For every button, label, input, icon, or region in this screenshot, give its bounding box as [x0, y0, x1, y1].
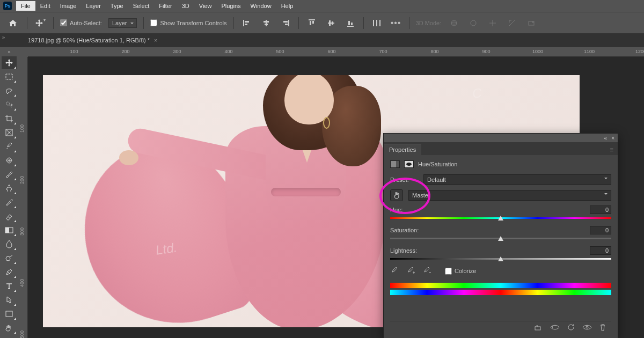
align-hcenter-icon[interactable]: [260, 18, 273, 28]
reset-icon[interactable]: [567, 324, 575, 331]
align-vcenter-icon[interactable]: [325, 18, 338, 28]
align-bottom-icon[interactable]: [344, 18, 357, 28]
transform-checkbox[interactable]: [150, 19, 157, 26]
channel-select[interactable]: Master: [408, 190, 611, 201]
menu-layer[interactable]: Layer: [81, 1, 106, 11]
align-left-icon[interactable]: [240, 18, 253, 28]
brush-tool[interactable]: [2, 168, 17, 181]
close-panel-icon[interactable]: ×: [611, 135, 614, 141]
menu-type[interactable]: Type: [106, 1, 128, 11]
frame-tool[interactable]: [2, 126, 17, 139]
delete-icon[interactable]: [599, 324, 606, 331]
auto-select-check[interactable]: Auto-Select:: [60, 19, 102, 26]
spectrum-bar-top[interactable]: [390, 283, 611, 288]
lasso-tool[interactable]: [2, 84, 17, 97]
clone-tool[interactable]: [2, 182, 17, 195]
pen-tool[interactable]: [2, 266, 17, 278]
svg-rect-9: [309, 19, 315, 20]
quick-select-tool[interactable]: [2, 98, 17, 111]
saturation-value[interactable]: 0: [590, 226, 611, 234]
ruler-horizontal[interactable]: 100200300400500600700800900100011001200: [28, 47, 644, 57]
3d-mode-label: 3D Mode:: [416, 20, 442, 26]
hand-tool[interactable]: [2, 321, 17, 334]
svg-point-27: [6, 102, 10, 105]
eraser-tool[interactable]: [2, 210, 17, 223]
auto-select-checkbox[interactable]: [60, 19, 67, 26]
svg-rect-14: [332, 21, 333, 25]
toolbox-expand-icon[interactable]: »: [8, 49, 10, 55]
move-tool-icon[interactable]: ▾: [34, 18, 47, 28]
history-brush-tool[interactable]: [2, 196, 17, 209]
3d-orbit-icon: [448, 18, 460, 28]
move-tool[interactable]: [2, 56, 17, 69]
svg-point-21: [451, 20, 457, 26]
targeted-adjust-tool[interactable]: [390, 189, 403, 201]
ruler-vertical[interactable]: 100200300400500: [18, 57, 28, 338]
zoom-tool[interactable]: [2, 335, 17, 338]
preset-select[interactable]: Default: [423, 174, 611, 185]
saturation-track[interactable]: [390, 236, 611, 241]
marquee-tool[interactable]: [2, 70, 17, 83]
blur-tool[interactable]: [2, 238, 17, 251]
document-tab[interactable]: 19718.jpg @ 50% (Hue/Saturation 1, RGB/8…: [23, 35, 163, 46]
close-tab-icon[interactable]: ×: [154, 37, 157, 43]
collapse-icon[interactable]: «: [604, 135, 608, 141]
hue-track[interactable]: [390, 215, 611, 221]
colorize-checkbox[interactable]: [445, 268, 452, 275]
3d-scale-icon: [525, 18, 538, 28]
svg-rect-16: [348, 21, 350, 25]
svg-rect-19: [376, 20, 377, 26]
properties-tab[interactable]: Properties: [384, 144, 421, 155]
svg-rect-17: [351, 23, 353, 25]
type-tool[interactable]: [2, 280, 17, 292]
panel-menu-icon[interactable]: ≡: [606, 144, 618, 155]
colorize-check[interactable]: Colorize: [445, 268, 476, 275]
view-previous-icon[interactable]: [550, 324, 560, 330]
menu-help[interactable]: Help: [276, 1, 298, 11]
heal-tool[interactable]: [2, 154, 17, 167]
visibility-icon[interactable]: [582, 324, 592, 330]
align-top-icon[interactable]: [305, 18, 318, 28]
menu-filter[interactable]: Filter: [154, 1, 177, 11]
spectrum-bar-bottom[interactable]: [390, 290, 611, 295]
home-button[interactable]: [5, 17, 20, 29]
adjustment-icon[interactable]: [390, 160, 400, 168]
menu-image[interactable]: Image: [55, 1, 82, 11]
menu-edit[interactable]: Edit: [35, 1, 55, 11]
dodge-tool[interactable]: [2, 252, 17, 264]
distribute-icon[interactable]: [370, 18, 383, 28]
eyedropper-add-icon[interactable]: [406, 267, 415, 275]
align-right-icon[interactable]: [279, 18, 292, 28]
svg-rect-2: [245, 24, 247, 25]
layer-select[interactable]: Layer: [108, 18, 137, 28]
transform-check[interactable]: Show Transform Controls: [150, 19, 226, 26]
menu-3d[interactable]: 3D: [177, 1, 194, 11]
menu-window[interactable]: Window: [246, 1, 276, 11]
svg-point-22: [451, 22, 457, 24]
hue-label: Hue:: [390, 207, 402, 213]
clip-to-layer-icon[interactable]: [534, 324, 543, 331]
eyedropper-icon[interactable]: [390, 267, 399, 275]
menu-view[interactable]: View: [194, 1, 217, 11]
path-select-tool[interactable]: [2, 293, 17, 306]
svg-rect-26: [6, 74, 12, 79]
svg-rect-20: [379, 20, 380, 26]
lightness-track[interactable]: [390, 256, 611, 261]
lightness-value[interactable]: 0: [590, 246, 611, 255]
hue-value[interactable]: 0: [590, 205, 611, 214]
menu-plugins[interactable]: Plugins: [216, 1, 245, 11]
shape-tool[interactable]: [2, 307, 17, 320]
gradient-tool[interactable]: [2, 224, 17, 237]
more-options-icon[interactable]: •••: [390, 18, 402, 28]
menu-select[interactable]: Select: [128, 1, 155, 11]
svg-rect-11: [312, 21, 314, 24]
crop-tool[interactable]: [2, 112, 17, 125]
menu-file[interactable]: File: [16, 1, 35, 11]
eyedropper-subtract-icon[interactable]: [422, 267, 431, 275]
expand-panels-icon[interactable]: »: [2, 35, 5, 40]
mask-icon[interactable]: [404, 160, 414, 168]
svg-rect-35: [535, 327, 540, 330]
hue-slider: Hue:0: [390, 205, 611, 221]
svg-rect-6: [288, 20, 289, 26]
eyedropper-tool-icon[interactable]: [2, 140, 17, 153]
